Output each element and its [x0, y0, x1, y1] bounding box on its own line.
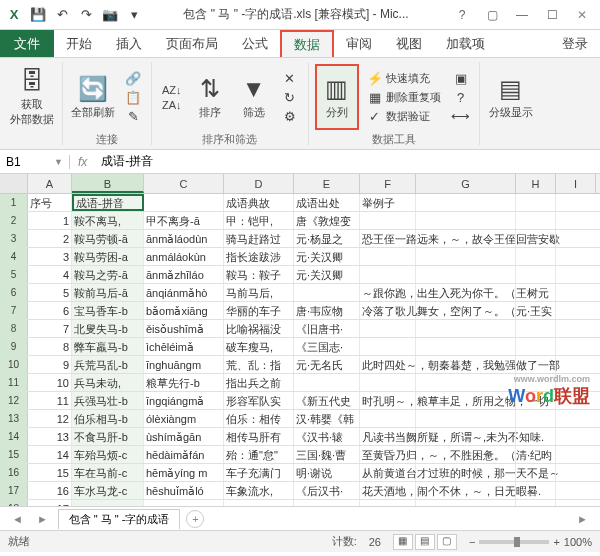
cell[interactable]: 6: [28, 302, 72, 319]
flash-fill-button[interactable]: ⚡快速填充: [363, 69, 445, 87]
cell[interactable]: 兵强马壮-b: [72, 392, 144, 409]
cell[interactable]: [416, 302, 516, 319]
cell[interactable]: [516, 428, 556, 445]
cell[interactable]: [416, 320, 516, 337]
cell[interactable]: 鞍不离马,: [72, 212, 144, 229]
col-header-A[interactable]: A: [28, 174, 72, 193]
cell[interactable]: 车殆马烦-c: [72, 446, 144, 463]
cell[interactable]: [360, 266, 416, 283]
camera-icon[interactable]: 📷: [100, 5, 120, 25]
row-header[interactable]: 4: [0, 248, 28, 265]
consolidate-button[interactable]: ▣: [449, 69, 473, 87]
cell[interactable]: ānmǎzhīláo: [144, 266, 224, 283]
cell[interactable]: hēmǎyíng m: [144, 464, 224, 481]
select-all-corner[interactable]: [0, 174, 28, 193]
cell[interactable]: 举例子: [360, 194, 416, 211]
whatif-button[interactable]: ?: [449, 88, 473, 106]
cell[interactable]: 宝马香车-b: [72, 302, 144, 319]
cell[interactable]: 骑马赶路过: [224, 230, 294, 247]
cell[interactable]: 1: [28, 212, 72, 229]
spreadsheet-grid[interactable]: A B C D E F G H I 1 序号 成语-拼音 成语典故 成语出处 举…: [0, 174, 600, 506]
outline-button[interactable]: ▤ 分级显示: [486, 64, 536, 130]
cell[interactable]: 元·无名氏: [294, 356, 360, 373]
cell[interactable]: anmáláokùn: [144, 248, 224, 265]
row-header[interactable]: 16: [0, 464, 28, 481]
row-header[interactable]: 18: [0, 500, 28, 506]
col-header-E[interactable]: E: [294, 174, 360, 193]
cell[interactable]: hēdàimǎfán: [144, 446, 224, 463]
cell[interactable]: 成语-拼音: [72, 194, 144, 211]
cell[interactable]: 鞍马之劳-ā: [72, 266, 144, 283]
row-header[interactable]: 15: [0, 446, 28, 463]
cell[interactable]: [144, 194, 224, 211]
cell[interactable]: [516, 374, 556, 391]
cell[interactable]: [516, 410, 556, 427]
cell[interactable]: [416, 266, 516, 283]
tab-addins[interactable]: 加载项: [434, 30, 497, 57]
cell[interactable]: 马前马后,: [224, 284, 294, 301]
cell[interactable]: [416, 410, 516, 427]
zoom-in-button[interactable]: +: [553, 536, 559, 548]
cell[interactable]: [516, 194, 556, 211]
row-header[interactable]: 7: [0, 302, 28, 319]
cell[interactable]: 花天酒地，闹个不休，～，日无暇晷.: [360, 482, 416, 499]
cell[interactable]: 弊车羸马-b: [72, 338, 144, 355]
cell[interactable]: [416, 446, 516, 463]
new-sheet-button[interactable]: +: [186, 510, 204, 528]
cell[interactable]: 《三国志·: [294, 338, 360, 355]
advanced-button[interactable]: ⚙: [278, 107, 302, 125]
cell[interactable]: 甲不离身-ā: [144, 212, 224, 229]
cell[interactable]: 荒、乱：指: [224, 356, 294, 373]
cell[interactable]: 从前黄道台才过班的时候，那一天不是～: [360, 464, 416, 481]
maximize-icon[interactable]: ☐: [538, 4, 566, 26]
cell[interactable]: 鞍马劳困-a: [72, 248, 144, 265]
cell[interactable]: 序号: [28, 194, 72, 211]
zoom-level[interactable]: 100%: [564, 536, 592, 548]
zoom-out-button[interactable]: −: [469, 536, 475, 548]
view-normal-button[interactable]: ▦: [393, 534, 413, 550]
cell[interactable]: [416, 230, 516, 247]
tab-insert[interactable]: 插入: [104, 30, 154, 57]
cell[interactable]: 伯乐：相传: [224, 410, 294, 427]
cell[interactable]: [516, 356, 556, 373]
row-header[interactable]: 17: [0, 482, 28, 499]
cell[interactable]: 16: [28, 482, 72, 499]
cell[interactable]: 相传马肝有: [224, 428, 294, 445]
cell[interactable]: 17: [28, 500, 72, 506]
cell[interactable]: [416, 392, 516, 409]
minimize-icon[interactable]: —: [508, 4, 536, 26]
tab-nav-next[interactable]: ►: [33, 513, 52, 525]
row-header[interactable]: 8: [0, 320, 28, 337]
cell[interactable]: 形容军队实: [224, 392, 294, 409]
ribbon-options-icon[interactable]: ▢: [478, 4, 506, 26]
cell[interactable]: 凡读书当阙所疑，所谓～,未为不知味.: [360, 428, 416, 445]
col-header-F[interactable]: F: [360, 174, 416, 193]
cell[interactable]: [416, 356, 516, 373]
row-header[interactable]: 5: [0, 266, 28, 283]
col-header-C[interactable]: C: [144, 174, 224, 193]
qat-more-icon[interactable]: ▾: [124, 5, 144, 25]
get-external-data-button[interactable]: 🗄 获取 外部数据: [8, 64, 56, 130]
formula-bar[interactable]: 成语-拼音: [95, 153, 600, 170]
cell[interactable]: 4: [28, 266, 72, 283]
cell[interactable]: 13: [28, 428, 72, 445]
cell[interactable]: ùshímǎgān: [144, 428, 224, 445]
cell[interactable]: [72, 500, 144, 506]
cell[interactable]: 明·谢说: [294, 464, 360, 481]
cell[interactable]: ólèxiàngm: [144, 410, 224, 427]
cell[interactable]: ěisǒushīmǎ: [144, 320, 224, 337]
zoom-slider[interactable]: [479, 540, 549, 544]
cell[interactable]: 车在马前-c: [72, 464, 144, 481]
cell[interactable]: 元·杨显之: [294, 230, 360, 247]
cell[interactable]: 兵荒马乱-b: [72, 356, 144, 373]
refresh-all-button[interactable]: 🔄 全部刷新: [69, 64, 117, 130]
cell[interactable]: 12: [28, 410, 72, 427]
cell[interactable]: [416, 374, 516, 391]
cell[interactable]: 唐·韦应物: [294, 302, 360, 319]
row-header[interactable]: 11: [0, 374, 28, 391]
cell[interactable]: 粮草先行-b: [144, 374, 224, 391]
cell[interactable]: 汉·韩婴《韩: [294, 410, 360, 427]
view-pagebreak-button[interactable]: ▢: [437, 534, 457, 550]
cell[interactable]: [360, 212, 416, 229]
cell[interactable]: 成语出处: [294, 194, 360, 211]
